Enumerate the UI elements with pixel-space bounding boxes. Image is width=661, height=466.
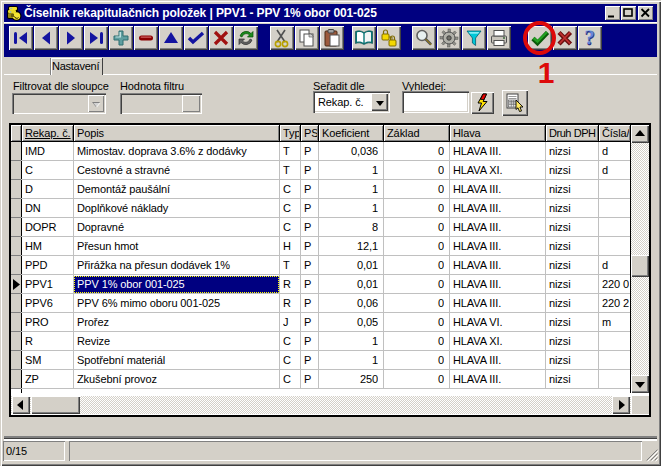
svg-text:?: ? <box>584 26 594 49</box>
